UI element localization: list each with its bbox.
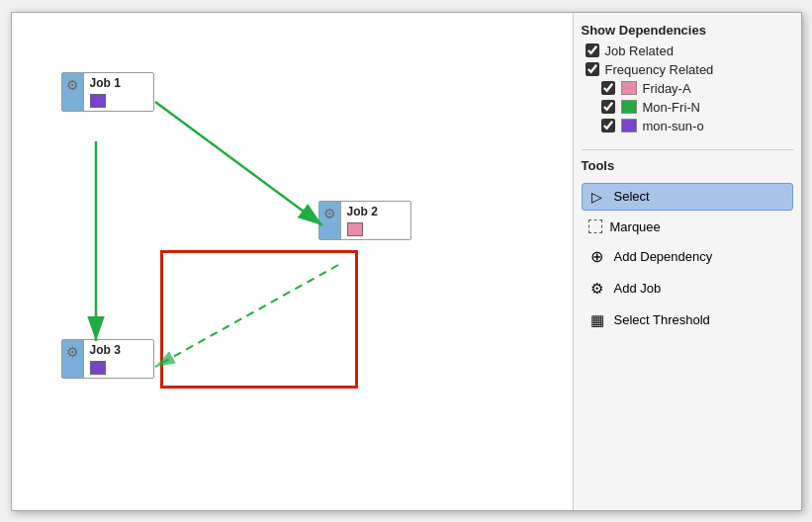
job1-sidebar: ⚙ (62, 73, 84, 111)
job3-node[interactable]: ⚙ Job 3 (61, 339, 154, 379)
add-job-icon: ⚙ (588, 280, 606, 298)
selection-box (160, 250, 358, 389)
marquee-label: Marquee (610, 219, 661, 234)
job1-node[interactable]: ⚙ Job 1 (61, 72, 154, 112)
arrow-job2-job3-dashed (155, 265, 338, 367)
add-dependency-label: Add Dependency (614, 249, 713, 264)
select-threshold-icon: ▦ (588, 311, 606, 329)
mon-sun-o-row[interactable]: mon-sun-o (597, 119, 793, 133)
job-related-label: Job Related (605, 44, 674, 58)
canvas-area[interactable]: ⚙ Job 1 ⚙ Job 2 ⚙ Job 3 (12, 13, 574, 510)
job2-gear-icon: ⚙ (323, 206, 336, 221)
marquee-tool[interactable]: Marquee (582, 215, 793, 239)
add-dependency-tool[interactable]: ⊕ Add Dependency (582, 243, 793, 271)
frequency-related-row[interactable]: Frequency Related (582, 62, 793, 77)
job3-title: Job 3 (90, 343, 147, 357)
mon-fri-n-checkbox[interactable] (601, 100, 615, 114)
main-window: ⚙ Job 1 ⚙ Job 2 ⚙ Job 3 (11, 12, 802, 511)
select-icon: ▷ (588, 188, 606, 206)
dependencies-title: Show Dependencies (582, 23, 793, 38)
friday-a-label: Friday-A (643, 81, 691, 96)
mon-fri-n-swatch (621, 100, 637, 114)
job1-content: Job 1 (84, 73, 153, 111)
job2-color-bar (347, 222, 363, 236)
job-related-checkbox[interactable] (586, 44, 599, 57)
add-job-label: Add Job (614, 281, 662, 296)
mon-fri-n-label: Mon-Fri-N (643, 100, 701, 115)
job3-gear-icon: ⚙ (66, 344, 79, 360)
select-threshold-tool[interactable]: ▦ Select Threshold (582, 306, 793, 334)
mon-sun-o-label: mon-sun-o (643, 119, 704, 133)
add-job-tool[interactable]: ⚙ Add Job (582, 275, 793, 303)
job2-title: Job 2 (347, 205, 405, 218)
select-threshold-label: Select Threshold (614, 312, 710, 327)
section-divider (582, 149, 793, 150)
marquee-icon (588, 219, 602, 233)
mon-sun-o-swatch (621, 119, 637, 132)
job2-node[interactable]: ⚙ Job 2 (318, 201, 411, 240)
add-dependency-icon: ⊕ (588, 248, 606, 266)
tools-title: Tools (582, 158, 793, 173)
job1-color-bar (90, 94, 106, 108)
job2-content: Job 2 (341, 202, 410, 239)
tools-section: Tools ▷ Select Marquee ⊕ Add Dependency … (582, 158, 793, 334)
job3-sidebar: ⚙ (62, 340, 84, 378)
right-panel: Show Dependencies Job Related Frequency … (574, 13, 801, 510)
dependencies-section: Show Dependencies Job Related Frequency … (582, 23, 793, 141)
frequency-items: Friday-A Mon-Fri-N mon-sun-o (597, 81, 793, 133)
job3-content: Job 3 (84, 340, 153, 378)
job-related-row[interactable]: Job Related (582, 44, 793, 58)
select-tool[interactable]: ▷ Select (582, 183, 793, 211)
arrow-job1-job2 (155, 102, 322, 225)
job3-color-bar (90, 361, 106, 375)
select-label: Select (614, 189, 650, 204)
job1-gear-icon: ⚙ (66, 77, 79, 93)
friday-a-row[interactable]: Friday-A (597, 81, 793, 96)
mon-fri-n-row[interactable]: Mon-Fri-N (597, 100, 793, 115)
friday-a-checkbox[interactable] (601, 81, 615, 95)
friday-a-swatch (621, 81, 637, 95)
frequency-related-checkbox[interactable] (586, 62, 599, 76)
job2-sidebar: ⚙ (319, 202, 341, 239)
mon-sun-o-checkbox[interactable] (601, 119, 615, 132)
job1-title: Job 1 (90, 76, 147, 90)
frequency-related-label: Frequency Related (605, 62, 714, 77)
